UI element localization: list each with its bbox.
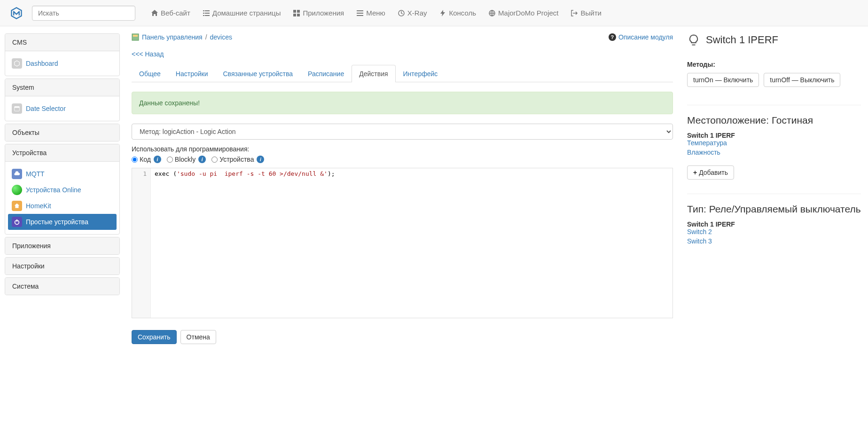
radio-code[interactable] xyxy=(132,157,138,163)
add-device-button[interactable]: +Добавить xyxy=(687,165,734,180)
search-input[interactable] xyxy=(32,6,135,21)
module-icon xyxy=(132,33,139,41)
programming-mode-radios: Кодi Blocklyi Устройстваi xyxy=(132,156,673,163)
type-link-switch2[interactable]: Switch 2 xyxy=(687,228,861,236)
method-turn-off-button[interactable]: turnOff — Выключить xyxy=(764,73,840,87)
radio-devices[interactable] xyxy=(211,157,218,163)
code-token-paren: ( xyxy=(173,170,177,177)
method-select[interactable]: Метод: logicAction - Logic Action xyxy=(132,124,673,140)
code-editor[interactable]: 1 exec ('sudo -u pi iperf -s -t 60 >/dev… xyxy=(132,168,673,318)
sidebar-item-date-selector[interactable]: Date Selector xyxy=(8,101,117,117)
sidebar-group-cms: CMS Dashboard xyxy=(5,33,120,76)
sidebar-item-homekit[interactable]: HomeKit xyxy=(8,198,117,214)
programming-label: Использовать для программирования: xyxy=(132,145,673,153)
location-list: Switch 1 IPERF Температура Влажность xyxy=(687,132,861,156)
svg-rect-12 xyxy=(357,13,363,14)
calendar-icon xyxy=(12,103,22,114)
module-help-link[interactable]: ? Описание модуля xyxy=(609,33,673,41)
form-buttons: Сохранить Отмена xyxy=(132,330,673,344)
nav-project[interactable]: MajorDoMo Project xyxy=(482,2,564,24)
tab-actions[interactable]: Действия xyxy=(352,65,395,82)
info-icon[interactable]: i xyxy=(154,156,161,163)
globe-icon xyxy=(488,9,496,17)
method-turn-on-button[interactable]: turnOn — Включить xyxy=(687,73,759,87)
location-section: Местоположение: Гостиная Switch 1 IPERF … xyxy=(687,115,861,180)
back-link[interactable]: <<< Назад xyxy=(132,50,164,58)
location-link-humidity[interactable]: Влажность xyxy=(687,149,861,156)
sidebar-heading-cms[interactable]: CMS xyxy=(5,34,119,51)
tab-settings[interactable]: Настройки xyxy=(168,65,216,82)
home-icon xyxy=(151,9,158,17)
cancel-button[interactable]: Отмена xyxy=(180,330,216,344)
radio-code-label[interactable]: Код xyxy=(132,156,151,163)
code-line-1: exec ('sudo -u pi iperf -s -t 60 >/dev/n… xyxy=(151,168,339,318)
nav-apps[interactable]: Приложения xyxy=(287,2,350,24)
device-title-row: Switch 1 IPERF xyxy=(687,33,861,47)
question-icon: ? xyxy=(609,33,616,41)
sidebar-heading-objects[interactable]: Объекты xyxy=(5,124,119,141)
nav-website[interactable]: Веб-сайт xyxy=(145,2,196,24)
svg-rect-3 xyxy=(203,13,204,14)
location-heading: Местоположение: Гостиная xyxy=(687,115,861,126)
sidebar-heading-settings[interactable]: Настройки xyxy=(5,258,119,275)
dashboard-icon xyxy=(12,58,22,69)
app-logo[interactable] xyxy=(5,7,28,20)
search-container xyxy=(32,6,135,21)
tab-schedule[interactable]: Расписание xyxy=(300,65,352,82)
type-section: Тип: Реле/Управляемый выключатель Switch… xyxy=(687,204,861,245)
alert-saved: Данные сохранены! xyxy=(132,92,673,114)
svg-rect-11 xyxy=(357,10,363,11)
radio-blockly-label[interactable]: Blockly xyxy=(167,156,195,163)
breadcrumb: Панель управления / devices xyxy=(132,33,232,41)
nav-homepages[interactable]: Домашние страницы xyxy=(196,2,287,24)
type-list: Switch 1 IPERF Switch 2 Switch 3 xyxy=(687,220,861,245)
nav-label: Меню xyxy=(366,9,385,17)
location-current-device: Switch 1 IPERF xyxy=(687,132,735,139)
sidebar-item-simple-devices[interactable]: Простые устройства xyxy=(8,214,117,230)
separator xyxy=(687,194,861,194)
sidebar-heading-system[interactable]: System xyxy=(5,79,119,96)
sidebar-item-online[interactable]: Устройства Online xyxy=(8,182,117,198)
tab-general[interactable]: Общее xyxy=(132,65,168,82)
sidebar-heading-apps[interactable]: Приложения xyxy=(5,237,119,254)
nav-console[interactable]: Консоль xyxy=(433,2,482,24)
code-gutter: 1 xyxy=(132,168,151,318)
nav-logout[interactable]: Выйти xyxy=(564,2,607,24)
sidebar-item-mqtt[interactable]: MQTT xyxy=(8,166,117,182)
save-button[interactable]: Сохранить xyxy=(132,330,177,344)
separator xyxy=(687,105,861,105)
svg-rect-7 xyxy=(293,10,296,13)
menu-icon xyxy=(356,9,364,17)
code-token-fn: exec xyxy=(155,170,173,177)
nav-label: Приложения xyxy=(303,9,344,17)
code-token-paren: ); xyxy=(328,170,335,177)
radio-blockly[interactable] xyxy=(167,157,173,163)
sidebar-group-system2: Система xyxy=(5,277,120,295)
sidebar-item-label: MQTT xyxy=(26,170,45,178)
tab-interface[interactable]: Интерфейс xyxy=(396,65,446,82)
side-panel: Switch 1 IPERF Методы: turnOn — Включить… xyxy=(687,33,861,344)
svg-rect-18 xyxy=(15,107,20,108)
info-icon[interactable]: i xyxy=(198,156,206,163)
type-link-switch3[interactable]: Switch 3 xyxy=(687,237,861,245)
radio-devices-label[interactable]: Устройства xyxy=(211,156,254,163)
sidebar-heading-system2[interactable]: Система xyxy=(5,278,119,295)
tab-linked[interactable]: Связанные устройства xyxy=(216,65,301,82)
info-icon[interactable]: i xyxy=(257,156,264,163)
breadcrumb-panel[interactable]: Панель управления xyxy=(142,33,203,41)
methods-section: Методы: turnOn — Включить turnOff — Выкл… xyxy=(687,61,861,91)
clock-icon xyxy=(398,9,405,17)
device-title: Switch 1 IPERF xyxy=(706,34,778,46)
type-current-device: Switch 1 IPERF xyxy=(687,220,735,228)
nav-menu[interactable]: Меню xyxy=(350,2,391,24)
nav-xray[interactable]: X-Ray xyxy=(391,2,433,24)
radio-label: Blockly xyxy=(175,156,195,163)
radio-label: Код xyxy=(140,156,151,163)
breadcrumb-devices[interactable]: devices xyxy=(210,33,232,41)
sidebar-heading-devices[interactable]: Устройства xyxy=(5,144,119,162)
svg-rect-6 xyxy=(205,15,210,16)
bulb-icon xyxy=(687,33,700,47)
location-link-temperature[interactable]: Температура xyxy=(687,139,861,147)
sidebar-item-dashboard[interactable]: Dashboard xyxy=(8,55,117,71)
sidebar-item-label: HomeKit xyxy=(26,202,51,210)
